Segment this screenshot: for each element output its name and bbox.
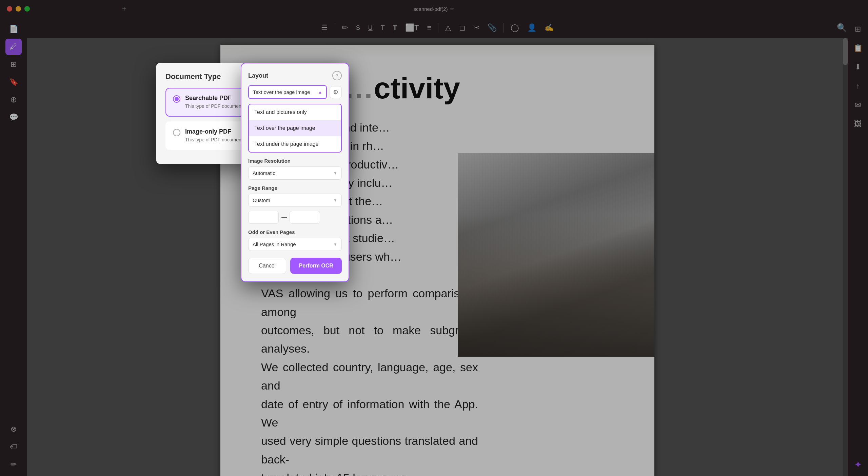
gear-icon: ⚙ bbox=[333, 88, 338, 96]
odd-even-label: Odd or Even Pages bbox=[248, 229, 342, 235]
action-buttons-row: Cancel Perform OCR bbox=[248, 258, 342, 274]
searchable-pdf-radio[interactable] bbox=[173, 95, 180, 103]
page-to-stepper: 2 ▲ ▼ bbox=[290, 211, 320, 224]
page-range-chevron-icon: ▼ bbox=[333, 198, 337, 203]
layout-selected-value: Text over the page image bbox=[253, 89, 310, 95]
image-resolution-chevron-icon: ▼ bbox=[333, 171, 337, 176]
odd-even-chevron-icon: ▼ bbox=[333, 242, 337, 247]
page-range-value: Custom bbox=[253, 197, 270, 203]
dropdown-item-text-and-pictures[interactable]: Text and pictures only bbox=[249, 104, 341, 120]
image-resolution-select-wrap: Automatic ▼ bbox=[248, 166, 342, 180]
image-resolution-label: Image Resolution bbox=[248, 158, 342, 164]
modal-backdrop bbox=[0, 0, 868, 476]
layout-dropdown-open: Text and pictures only Text over the pag… bbox=[248, 104, 342, 153]
dropdown-item-text-over[interactable]: Text over the page image bbox=[249, 120, 341, 136]
layout-select-row: Text over the page image ▲ ⚙ bbox=[248, 85, 342, 99]
odd-even-value: All Pages in Range bbox=[253, 241, 296, 247]
page-range-dash: — bbox=[281, 214, 287, 220]
layout-help-button[interactable]: ? bbox=[332, 71, 342, 80]
page-to-input[interactable]: 2 bbox=[290, 211, 320, 223]
dropdown-item-text-under[interactable]: Text under the page image bbox=[249, 136, 341, 152]
page-range-select-wrap: Custom ▼ bbox=[248, 194, 342, 207]
odd-even-select-wrap: All Pages in Range ▼ bbox=[248, 238, 342, 251]
layout-select[interactable]: Text over the page image ▲ bbox=[248, 85, 327, 99]
layout-chevron-icon: ▲ bbox=[318, 90, 322, 95]
layout-gear-button[interactable]: ⚙ bbox=[330, 86, 342, 98]
layout-panel: Layout ? Text over the page image ▲ ⚙ Te… bbox=[241, 63, 349, 282]
layout-header: Layout ? bbox=[248, 71, 342, 80]
perform-ocr-button[interactable]: Perform OCR bbox=[290, 258, 342, 274]
odd-even-select[interactable]: All Pages in Range ▼ bbox=[248, 238, 342, 251]
page-from-stepper: 1 ▲ ▼ bbox=[248, 211, 279, 224]
layout-title: Layout bbox=[248, 72, 268, 79]
cancel-button[interactable]: Cancel bbox=[248, 258, 286, 274]
image-resolution-value: Automatic bbox=[253, 170, 275, 176]
page-from-input[interactable]: 1 bbox=[249, 211, 279, 223]
page-range-label: Page Range bbox=[248, 185, 342, 191]
image-only-pdf-radio[interactable] bbox=[173, 129, 180, 136]
page-range-select[interactable]: Custom ▼ bbox=[248, 194, 342, 207]
image-resolution-select[interactable]: Automatic ▼ bbox=[248, 166, 342, 180]
page-range-inputs-row: 1 ▲ ▼ — 2 ▲ ▼ bbox=[248, 211, 342, 224]
